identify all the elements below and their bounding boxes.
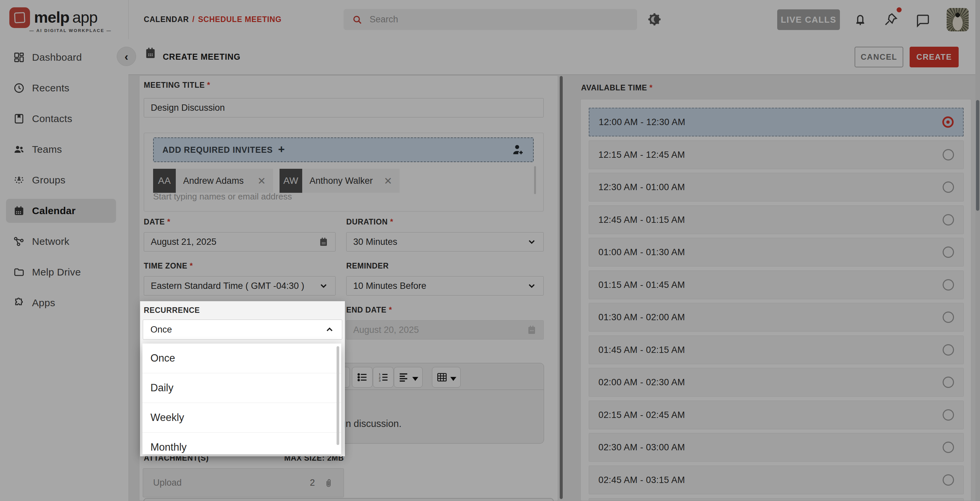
recurrence-option-weekly[interactable]: Weekly — [142, 403, 341, 433]
recurrence-options-list: Once Daily Weekly Monthly — [142, 344, 341, 454]
recurrence-list-scrollbar[interactable] — [337, 346, 339, 445]
recurrence-option-daily[interactable]: Daily — [142, 373, 341, 403]
chevron-up-icon — [325, 324, 334, 334]
recurrence-label: RECURRENCE — [144, 306, 200, 315]
recurrence-select[interactable]: Once — [143, 320, 342, 340]
melp-app: CALENDAR / SCHEDULE MEETING LIVE CALLS m… — [0, 0, 980, 501]
recurrence-option-monthly[interactable]: Monthly — [142, 433, 341, 454]
recurrence-option-once[interactable]: Once — [142, 344, 341, 373]
